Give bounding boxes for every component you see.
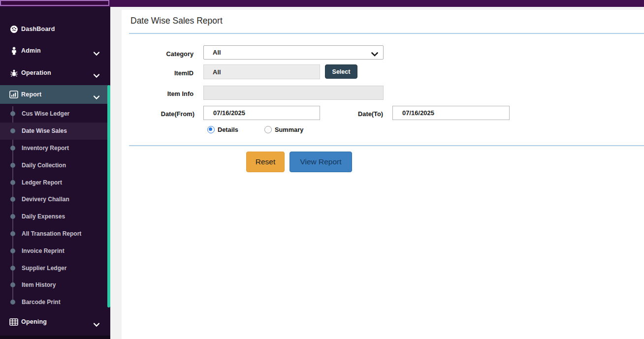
report-icon bbox=[9, 90, 18, 99]
radio-details[interactable]: Details bbox=[207, 126, 238, 133]
chevron-down-icon bbox=[94, 49, 99, 58]
sidebar-item-opening[interactable]: Opening bbox=[0, 313, 110, 331]
bullet-dot-icon bbox=[10, 300, 15, 305]
sidebar-item-barcode-print[interactable]: Barcode Print bbox=[0, 294, 110, 311]
category-selected-value: All bbox=[213, 49, 221, 56]
iteminfo-label: Item Info bbox=[142, 90, 193, 97]
bullet-dot-icon bbox=[10, 266, 15, 271]
iteminfo-input[interactable] bbox=[203, 86, 384, 100]
bullet-dot-icon bbox=[10, 231, 15, 236]
datefrom-label: Date(From) bbox=[142, 110, 194, 118]
report-form-card: Date Wise Sales Report Category All Item… bbox=[122, 10, 644, 339]
select-button[interactable]: Select bbox=[325, 64, 357, 79]
report-submenu: Cus Wise Ledger Date Wise Sales Inventor… bbox=[0, 105, 110, 311]
sidebar-item-invoice-reprint[interactable]: Invoice Reprint bbox=[0, 242, 110, 259]
radio-selected-icon bbox=[207, 126, 215, 133]
bullet-dot-icon bbox=[10, 180, 15, 185]
sidebar-item-label: Operation bbox=[21, 69, 51, 76]
datefrom-input[interactable] bbox=[203, 106, 320, 120]
sidebar-item-label: Report bbox=[21, 91, 41, 98]
category-select[interactable]: All bbox=[203, 45, 384, 60]
top-bar bbox=[0, 0, 644, 7]
view-report-button[interactable]: View Report bbox=[290, 152, 352, 172]
bullet-dot-icon bbox=[10, 197, 15, 202]
main-area: Date Wise Sales Report Category All Item… bbox=[110, 7, 644, 339]
admin-icon bbox=[9, 46, 18, 55]
radio-summary[interactable]: Summary bbox=[264, 126, 303, 133]
sidebar-item-report[interactable]: Report bbox=[0, 85, 110, 104]
chevron-down-icon bbox=[371, 51, 378, 58]
sidebar-item-daily-expenses[interactable]: Daily Expenses bbox=[0, 208, 110, 225]
bullet-dot-icon bbox=[10, 111, 15, 116]
form-divider bbox=[129, 145, 644, 146]
itemid-input[interactable]: All bbox=[203, 64, 320, 79]
sidebar-item-label: Admin bbox=[21, 47, 41, 54]
sidebar-item-supplier-ledger[interactable]: Supplier Ledger bbox=[0, 259, 110, 277]
sidebar-item-admin[interactable]: Admin bbox=[0, 42, 110, 60]
sidebar-item-label: Opening bbox=[21, 318, 47, 325]
dateto-label: Date(To) bbox=[340, 110, 383, 118]
sidebar-item-item-history[interactable]: Item History bbox=[0, 277, 110, 294]
dateto-input[interactable] bbox=[392, 106, 510, 120]
chevron-down-icon bbox=[94, 71, 99, 80]
sidebar-item-date-wise-sales[interactable]: Date Wise Sales bbox=[0, 123, 110, 140]
chevron-down-icon bbox=[94, 92, 99, 101]
radio-unselected-icon bbox=[264, 126, 272, 133]
sidebar-item-daily-collection[interactable]: Daily Collection bbox=[0, 156, 110, 174]
sidebar-item-label: DashBoard bbox=[21, 26, 55, 32]
sidebar-item-operation[interactable]: Operation bbox=[0, 64, 110, 82]
dashboard-icon bbox=[9, 25, 18, 33]
itemid-label: ItemID bbox=[142, 69, 193, 77]
sidebar-item-ledger-report[interactable]: Ledger Report bbox=[0, 174, 110, 191]
brand-box bbox=[0, 0, 109, 6]
page-title: Date Wise Sales Report bbox=[130, 16, 223, 26]
sidebar-item-dashboard[interactable]: DashBoard bbox=[0, 20, 110, 38]
sidebar-footer bbox=[0, 336, 110, 339]
sidebar-item-inventory-report[interactable]: Inventory Report bbox=[0, 140, 110, 157]
sidebar-item-cus-wise-ledger[interactable]: Cus Wise Ledger bbox=[0, 105, 110, 123]
reset-button[interactable]: Reset bbox=[246, 152, 285, 172]
operation-icon bbox=[9, 68, 18, 77]
bullet-dot-icon bbox=[10, 146, 15, 151]
sidebar-item-devivery-challan[interactable]: Devivery Challan bbox=[0, 191, 110, 208]
sidebar: DashBoard Admin Operation Report Cus bbox=[0, 0, 110, 339]
bullet-dot-icon bbox=[10, 163, 15, 168]
bullet-dot-icon bbox=[10, 128, 15, 133]
bullet-dot-icon bbox=[10, 248, 15, 253]
sidebar-scrollbar[interactable] bbox=[107, 85, 110, 308]
bullet-dot-icon bbox=[10, 282, 15, 287]
opening-icon bbox=[9, 317, 18, 326]
chevron-down-icon bbox=[94, 320, 99, 329]
bullet-dot-icon bbox=[10, 214, 15, 219]
title-divider bbox=[129, 33, 644, 34]
sidebar-item-all-transation-report[interactable]: All Transation Report bbox=[0, 225, 110, 243]
category-label: Category bbox=[142, 50, 193, 58]
